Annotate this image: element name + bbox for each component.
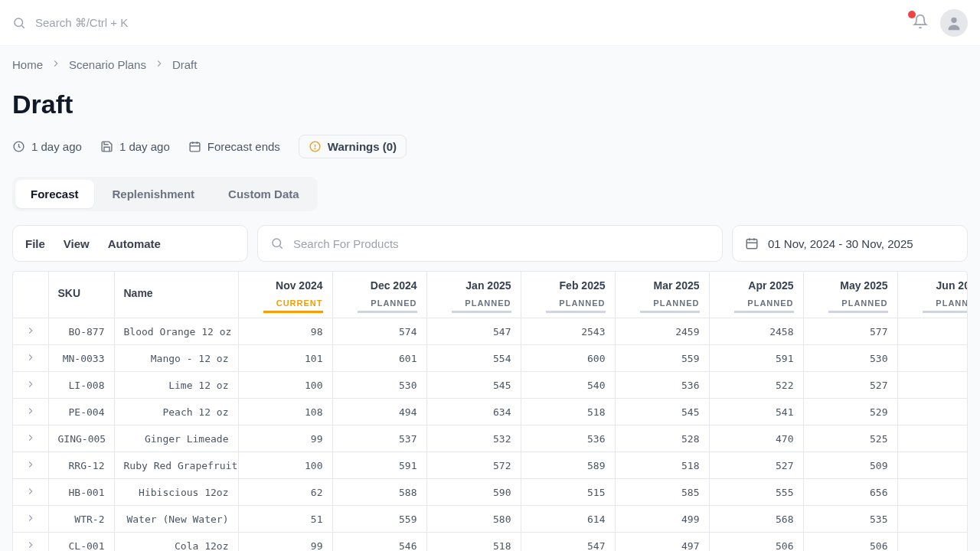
cell-name[interactable]: Mango - 12 oz bbox=[114, 345, 238, 372]
warnings-button[interactable]: Warnings (0) bbox=[299, 135, 407, 158]
cell-sku[interactable]: WTR-2 bbox=[48, 506, 114, 533]
header-month-6[interactable]: May 2025PLANNED bbox=[803, 272, 897, 318]
menu-automate[interactable]: Automate bbox=[108, 237, 161, 250]
cell-sku[interactable]: BO-877 bbox=[48, 318, 114, 345]
header-sku[interactable]: SKU bbox=[48, 272, 114, 318]
cell-value[interactable]: 99 bbox=[238, 533, 332, 552]
expand-row-button[interactable] bbox=[13, 399, 48, 425]
cell-value[interactable]: 100 bbox=[238, 372, 332, 399]
cell-sku[interactable]: GING-005 bbox=[48, 425, 114, 452]
header-name[interactable]: Name bbox=[114, 272, 238, 318]
cell-value[interactable]: 108 bbox=[238, 399, 332, 425]
header-month-3[interactable]: Feb 2025PLANNED bbox=[521, 272, 615, 318]
cell-value[interactable]: 518 bbox=[426, 533, 521, 552]
expand-row-button[interactable] bbox=[13, 506, 48, 533]
cell-value[interactable]: 99 bbox=[238, 425, 332, 452]
cell-value[interactable]: 614 bbox=[521, 506, 615, 533]
cell-value[interactable]: 49 bbox=[897, 479, 968, 506]
cell-value[interactable]: 588 bbox=[332, 479, 426, 506]
cell-value[interactable]: 546 bbox=[332, 533, 426, 552]
expand-row-button[interactable] bbox=[13, 425, 48, 452]
cell-value[interactable]: 541 bbox=[709, 399, 803, 425]
cell-value[interactable]: 585 bbox=[615, 479, 709, 506]
cell-value[interactable]: 530 bbox=[803, 345, 897, 372]
cell-name[interactable]: Cola 12oz bbox=[114, 533, 238, 552]
cell-value[interactable]: 540 bbox=[521, 372, 615, 399]
cell-name[interactable]: Hibiscious 12oz bbox=[114, 479, 238, 506]
cell-name[interactable]: Ruby Red Grapefruit bbox=[114, 452, 238, 479]
cell-value[interactable]: 525 bbox=[803, 425, 897, 452]
cell-value[interactable]: 101 bbox=[238, 345, 332, 372]
cell-value[interactable]: 536 bbox=[521, 425, 615, 452]
cell-value[interactable]: 515 bbox=[521, 479, 615, 506]
breadcrumb-scenario-plans[interactable]: Scenario Plans bbox=[69, 58, 146, 71]
tab-forecast[interactable]: Forecast bbox=[15, 180, 94, 208]
cell-value[interactable]: 518 bbox=[521, 399, 615, 425]
cell-value[interactable]: 470 bbox=[709, 425, 803, 452]
cell-value[interactable]: 559 bbox=[615, 345, 709, 372]
cell-value[interactable]: 580 bbox=[426, 506, 521, 533]
notifications-button[interactable] bbox=[913, 14, 928, 32]
cell-value[interactable]: 601 bbox=[332, 345, 426, 372]
cell-value[interactable]: 547 bbox=[426, 318, 521, 345]
cell-value[interactable]: 527 bbox=[803, 372, 897, 399]
cell-value[interactable]: 509 bbox=[803, 452, 897, 479]
cell-value[interactable]: 559 bbox=[332, 506, 426, 533]
cell-sku[interactable]: MN-0033 bbox=[48, 345, 114, 372]
cell-name[interactable]: Lime 12 oz bbox=[114, 372, 238, 399]
cell-name[interactable]: Peach 12 oz bbox=[114, 399, 238, 425]
cell-value[interactable]: 58 bbox=[897, 399, 968, 425]
cell-value[interactable]: 52 bbox=[897, 506, 968, 533]
cell-sku[interactable]: CL-001 bbox=[48, 533, 114, 552]
cell-value[interactable]: 52 bbox=[897, 452, 968, 479]
cell-value[interactable]: 547 bbox=[521, 533, 615, 552]
cell-value[interactable]: 527 bbox=[709, 452, 803, 479]
expand-row-button[interactable] bbox=[13, 372, 48, 399]
cell-value[interactable]: 2458 bbox=[709, 318, 803, 345]
tab-replenishment[interactable]: Replenishment bbox=[97, 180, 211, 208]
cell-value[interactable]: 591 bbox=[332, 452, 426, 479]
cell-value[interactable]: 530 bbox=[332, 372, 426, 399]
cell-value[interactable]: 506 bbox=[709, 533, 803, 552]
product-search-input[interactable] bbox=[293, 237, 710, 250]
cell-value[interactable]: 572 bbox=[426, 452, 521, 479]
cell-value[interactable]: 53 bbox=[897, 318, 968, 345]
cell-value[interactable]: 62 bbox=[238, 479, 332, 506]
cell-value[interactable]: 589 bbox=[521, 452, 615, 479]
cell-value[interactable]: 58 bbox=[897, 425, 968, 452]
cell-value[interactable]: 591 bbox=[709, 345, 803, 372]
global-search-input[interactable] bbox=[35, 16, 265, 29]
breadcrumb-home[interactable]: Home bbox=[12, 58, 43, 71]
menu-file[interactable]: File bbox=[25, 237, 45, 250]
expand-row-button[interactable] bbox=[13, 452, 48, 479]
cell-value[interactable]: 577 bbox=[803, 318, 897, 345]
cell-value[interactable]: 545 bbox=[615, 399, 709, 425]
cell-value[interactable]: 555 bbox=[709, 479, 803, 506]
menu-view[interactable]: View bbox=[64, 237, 90, 250]
header-month-0[interactable]: Nov 2024CURRENT bbox=[238, 272, 332, 318]
cell-value[interactable]: 497 bbox=[615, 533, 709, 552]
cell-value[interactable]: 634 bbox=[426, 399, 521, 425]
cell-value[interactable]: 529 bbox=[803, 399, 897, 425]
cell-value[interactable]: 590 bbox=[426, 479, 521, 506]
header-month-4[interactable]: Mar 2025PLANNED bbox=[615, 272, 709, 318]
expand-row-button[interactable] bbox=[13, 318, 48, 345]
cell-value[interactable]: 60 bbox=[897, 345, 968, 372]
avatar[interactable] bbox=[940, 9, 968, 37]
header-month-1[interactable]: Dec 2024PLANNED bbox=[332, 272, 426, 318]
expand-row-button[interactable] bbox=[13, 533, 48, 552]
cell-value[interactable]: 535 bbox=[803, 506, 897, 533]
cell-value[interactable]: 554 bbox=[426, 345, 521, 372]
expand-row-button[interactable] bbox=[13, 345, 48, 372]
cell-sku[interactable]: RRG-12 bbox=[48, 452, 114, 479]
global-search[interactable] bbox=[12, 16, 913, 30]
cell-value[interactable]: 568 bbox=[709, 506, 803, 533]
cell-value[interactable]: 56 bbox=[897, 372, 968, 399]
cell-value[interactable]: 518 bbox=[615, 452, 709, 479]
cell-sku[interactable]: HB-001 bbox=[48, 479, 114, 506]
cell-value[interactable]: 100 bbox=[238, 452, 332, 479]
cell-sku[interactable]: LI-008 bbox=[48, 372, 114, 399]
cell-value[interactable]: 494 bbox=[332, 399, 426, 425]
cell-value[interactable]: 528 bbox=[615, 425, 709, 452]
cell-value[interactable]: 532 bbox=[426, 425, 521, 452]
